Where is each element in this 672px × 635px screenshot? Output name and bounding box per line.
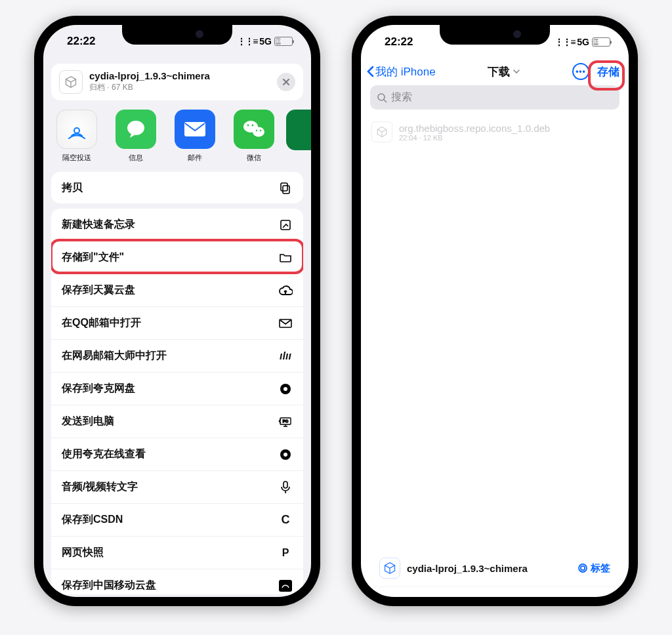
svg-point-6 (252, 125, 254, 127)
action-transcribe[interactable]: 音频/视频转文字 (51, 471, 303, 504)
action-label: 拷贝 (62, 181, 83, 195)
share-target-messages[interactable]: 信息 (109, 110, 163, 163)
battery-pct: 33 (593, 39, 598, 45)
share-targets-row: 隔空投送 信息 邮件 微信 (43, 100, 311, 169)
svg-rect-9 (283, 186, 289, 194)
share-target-wechat[interactable]: 微信 (227, 110, 281, 163)
tag-label: 标签 (591, 562, 610, 575)
notch (122, 25, 232, 45)
action-list: 拷贝 (51, 172, 303, 203)
action-send-to-pc[interactable]: 发送到电脑 PC (51, 405, 303, 438)
svg-point-7 (256, 130, 257, 131)
quark-icon (278, 449, 293, 461)
phone-right: 22:22 ⋮⋮≡ 5G 33 我的 iPhone 下载 (352, 16, 638, 606)
share-target-mail[interactable]: 邮件 (168, 110, 222, 163)
action-label: 新建快速备忘录 (62, 218, 135, 232)
airdrop-icon (56, 110, 97, 149)
svg-rect-2 (184, 122, 205, 136)
pc-icon: PC (278, 417, 293, 427)
screen-right: 22:22 ⋮⋮≡ 5G 33 我的 iPhone 下载 (361, 25, 629, 597)
signal-icon: ⋮⋮≡ (555, 37, 574, 47)
pending-file-name: cydia-lproj_1.9.3~chimera (407, 563, 571, 574)
mic-icon (278, 481, 293, 494)
search-placeholder: 搜索 (391, 91, 412, 104)
wechat-icon (234, 110, 274, 149)
svg-point-14 (284, 387, 287, 391)
envelope-icon (278, 319, 293, 328)
chevron-down-icon (513, 67, 520, 76)
action-label: 保存到夸克网盘 (62, 382, 135, 396)
svg-rect-10 (281, 183, 287, 191)
svg-point-18 (284, 453, 287, 457)
share-label: 信息 (129, 153, 143, 163)
search-icon (377, 92, 387, 103)
svg-point-5 (247, 125, 249, 127)
action-label: 音频/视频转文字 (62, 480, 138, 494)
status-time: 22:22 (385, 35, 413, 49)
tag-button[interactable]: 标签 (578, 562, 610, 575)
pending-file-bar: cydia-lproj_1.9.3~chimera 标签 (370, 550, 620, 586)
tag-icon (578, 563, 588, 573)
existing-file-row[interactable]: org.thebigboss.repo.icons_1.0.deb 22:04 … (361, 115, 629, 149)
csdn-icon: C (278, 513, 293, 527)
package-icon (59, 70, 83, 94)
svg-rect-19 (284, 481, 287, 488)
screen-left: 22:22 ⋮⋮≡ 5G 33 cydia-lproj_1.9.3~chimer… (43, 25, 311, 597)
action-list: 新建快速备忘录 存储到"文件" 保存到天翼云盘 在QQ邮箱中打开 (51, 209, 303, 594)
action-tianyi-cloud[interactable]: 保存到天翼云盘 (51, 274, 303, 307)
share-file-card: cydia-lproj_1.9.3~chimera 归档 · 67 KB (51, 64, 303, 100)
back-button[interactable]: 我的 iPhone (366, 64, 436, 79)
action-label: 保存到CSDN (62, 513, 123, 527)
action-open-in-qqmail[interactable]: 在QQ邮箱中打开 (51, 307, 303, 340)
more-button[interactable]: ••• (572, 63, 589, 80)
share-target-overflow[interactable] (286, 110, 311, 163)
svg-point-1 (127, 121, 144, 135)
bars-icon: ılıı (278, 350, 293, 362)
file-name: org.thebigboss.repo.icons_1.0.deb (399, 123, 550, 134)
network-label: 5G (259, 36, 272, 47)
note-icon (278, 219, 293, 231)
chevron-left-icon (366, 66, 374, 77)
action-web-snapshot[interactable]: 网页快照 P (51, 537, 303, 569)
svg-point-22 (579, 564, 587, 572)
file-meta: 22:04 · 12 KB (399, 134, 550, 142)
action-open-in-netease-mail[interactable]: 在网易邮箱大师中打开 ılıı (51, 340, 303, 373)
action-save-to-files[interactable]: 存储到"文件" (51, 241, 303, 274)
signal-icon: ⋮⋮≡ (237, 36, 257, 47)
action-label: 网页快照 (62, 546, 104, 560)
action-view-in-quark[interactable]: 使用夸克在线查看 (51, 438, 303, 471)
svg-point-21 (378, 94, 385, 100)
action-save-to-csdn[interactable]: 保存到CSDN C (51, 504, 303, 537)
phone-left: 22:22 ⋮⋮≡ 5G 33 cydia-lproj_1.9.3~chimer… (34, 16, 320, 606)
action-label: 在网易邮箱大师中打开 (62, 349, 167, 363)
share-file-name: cydia-lproj_1.9.3~chimera (89, 70, 270, 81)
search-field[interactable]: 搜索 (370, 85, 620, 110)
action-new-quicknote[interactable]: 新建快速备忘录 (51, 209, 303, 241)
share-file-meta: 归档 · 67 KB (89, 82, 270, 93)
battery-icon: 33 (274, 37, 293, 46)
copy-icon (278, 182, 293, 195)
package-icon (379, 558, 400, 579)
quark-icon (278, 383, 293, 395)
status-right: ⋮⋮≡ 5G 33 (555, 37, 610, 47)
share-label: 邮件 (188, 153, 202, 163)
cmcc-icon (278, 580, 293, 592)
share-target-airdrop[interactable]: 隔空投送 (50, 110, 104, 163)
svg-point-4 (253, 127, 264, 137)
action-save-to-quark[interactable]: 保存到夸克网盘 (51, 373, 303, 405)
action-copy[interactable]: 拷贝 (51, 172, 303, 203)
status-time: 22:22 (67, 35, 95, 48)
action-label: 在QQ邮箱中打开 (62, 316, 141, 330)
save-button[interactable]: 存储 (597, 64, 620, 79)
cloud-icon (278, 285, 293, 296)
title-text: 下载 (488, 64, 510, 79)
action-save-to-cmcc-cloud[interactable]: 保存到中国移动云盘 (51, 569, 303, 594)
package-icon (371, 121, 392, 142)
action-label: 保存到天翼云盘 (62, 283, 135, 297)
nav-title[interactable]: 下载 (488, 64, 520, 79)
share-label: 微信 (247, 153, 261, 163)
back-label: 我的 iPhone (375, 64, 436, 79)
mail-icon (175, 110, 215, 149)
close-button[interactable] (277, 73, 295, 91)
battery-icon: 33 (592, 37, 610, 47)
